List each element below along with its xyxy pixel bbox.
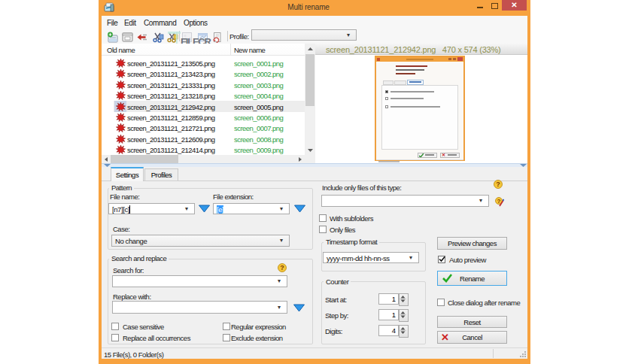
svg-text:?: ?: [497, 198, 501, 205]
svg-text:?: ?: [280, 264, 284, 271]
svg-text:?: ?: [496, 180, 500, 188]
